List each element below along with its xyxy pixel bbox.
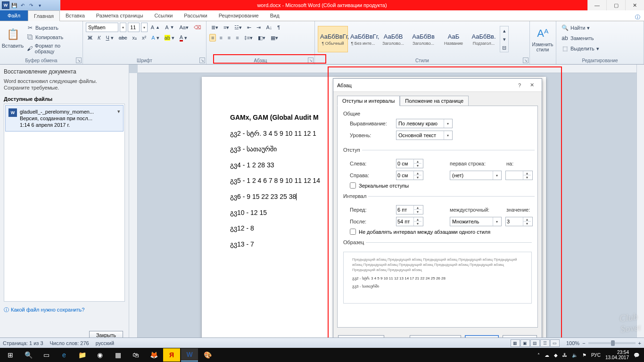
tray-volume-icon[interactable]: 🔈 bbox=[572, 353, 578, 358]
font-name-combo[interactable]: Sylfaen bbox=[86, 23, 118, 32]
status-word-count[interactable]: Число слов: 276 bbox=[50, 340, 89, 346]
explorer-icon[interactable]: 📁 bbox=[74, 348, 91, 362]
superscript-button[interactable]: x² bbox=[140, 34, 148, 41]
line-spacing-button[interactable]: ‡≡▾ bbox=[242, 34, 255, 42]
dialog-close-button[interactable]: ✕ bbox=[526, 81, 538, 90]
sort-button[interactable]: A↓ bbox=[264, 24, 274, 31]
numbering-button[interactable]: ≡▾ bbox=[222, 24, 231, 32]
ribbon-help-icon[interactable]: ⓘ bbox=[631, 14, 644, 21]
subscript-button[interactable]: x₂ bbox=[131, 34, 139, 42]
tray-language[interactable]: РУС bbox=[591, 353, 601, 358]
line-spacing-combo[interactable]: Множитель▾ bbox=[450, 217, 502, 226]
yandex-icon[interactable]: Я bbox=[163, 348, 180, 362]
style-item[interactable]: АаБбВвГг,¶ Без инте... bbox=[348, 26, 378, 52]
style-item[interactable]: АаБНазвание bbox=[438, 26, 469, 52]
justify-button[interactable]: ≡ bbox=[234, 34, 240, 41]
increase-indent-button[interactable]: ⇥ bbox=[255, 24, 263, 32]
spinner-down[interactable]: ▼ bbox=[414, 164, 421, 168]
close-button[interactable]: ✕ bbox=[625, 0, 644, 10]
tab-file[interactable]: Файл bbox=[0, 10, 28, 21]
highlight-button[interactable]: ab▾ bbox=[163, 34, 176, 42]
tray-app-icon[interactable]: ◆ bbox=[554, 353, 558, 358]
align-center-button[interactable]: ≡ bbox=[217, 34, 224, 41]
app-icon-1[interactable]: ▦ bbox=[109, 348, 126, 362]
bold-button[interactable]: Ж bbox=[86, 34, 94, 41]
mirror-indents-checkbox[interactable]: Зеркальные отступы bbox=[350, 182, 535, 189]
zoom-thumb[interactable] bbox=[611, 340, 615, 346]
zoom-out-button[interactable]: − bbox=[582, 340, 585, 346]
start-button[interactable]: ⊞ bbox=[2, 348, 19, 362]
spinner-down[interactable]: ▼ bbox=[523, 222, 531, 226]
font-size-combo[interactable]: 11 bbox=[128, 23, 140, 32]
style-item[interactable]: АаБбВЗаголово... bbox=[378, 26, 408, 52]
style-item[interactable]: АаБбВв.Подзагол... bbox=[469, 26, 499, 52]
font-size-arrow[interactable]: ▾ bbox=[141, 23, 148, 32]
styles-launcher[interactable]: ↘ bbox=[523, 58, 528, 63]
bullets-button[interactable]: ≣▾ bbox=[209, 24, 220, 32]
font-color-button[interactable]: A▾ bbox=[178, 33, 189, 42]
grow-font-button[interactable]: A▲ bbox=[149, 24, 162, 31]
spinner-down[interactable]: ▼ bbox=[414, 222, 421, 226]
spinner-up[interactable]: ▲ bbox=[523, 171, 531, 175]
no-space-same-style-checkbox[interactable]: Не добавлять интервал между абзацами одн… bbox=[350, 229, 535, 235]
change-styles-button[interactable]: Aᴬ Изменить стили bbox=[533, 22, 553, 56]
italic-button[interactable]: К bbox=[96, 34, 102, 41]
maximize-button[interactable]: ▢ bbox=[606, 0, 625, 10]
shading-button[interactable]: ◧▾ bbox=[256, 34, 267, 42]
tab-home[interactable]: Главная bbox=[28, 10, 60, 21]
tab-layout[interactable]: Разметка страницы bbox=[91, 10, 149, 21]
space-before-spinner[interactable]: ▲▼ bbox=[396, 205, 423, 214]
select-button[interactable]: ⬚Выделить ▾ bbox=[559, 44, 641, 53]
vertical-scrollbar[interactable] bbox=[636, 65, 644, 344]
spinner-up[interactable]: ▲ bbox=[523, 217, 531, 222]
styles-scroll-up[interactable]: ▴ bbox=[500, 26, 508, 35]
tab-insert[interactable]: Вставка bbox=[60, 10, 91, 21]
tab-line-breaks[interactable]: Положение на странице bbox=[400, 96, 469, 106]
format-painter-button[interactable]: 🖌Формат по образцу bbox=[25, 42, 80, 55]
tab-view[interactable]: Вид bbox=[264, 10, 285, 21]
task-view-button[interactable]: ▭ bbox=[38, 348, 55, 362]
save-icon[interactable]: 💾 bbox=[10, 1, 18, 9]
tray-flag-icon[interactable]: ⚑ bbox=[582, 353, 586, 358]
first-line-by-spinner[interactable]: ▲▼ bbox=[505, 171, 533, 180]
decrease-indent-button[interactable]: ⇤ bbox=[245, 24, 253, 32]
find-button[interactable]: 🔍Найти ▾ bbox=[559, 23, 641, 33]
strikethrough-button[interactable]: abc bbox=[117, 34, 129, 41]
underline-button[interactable]: Ч▾ bbox=[104, 34, 115, 42]
tab-indents-spacing[interactable]: Отступы и интервалы bbox=[337, 96, 400, 106]
store-icon[interactable]: 🛍 bbox=[127, 348, 144, 362]
zoom-slider[interactable] bbox=[588, 342, 636, 344]
qat-more-icon[interactable]: ▾ bbox=[36, 1, 43, 9]
align-left-button[interactable]: ≡ bbox=[209, 34, 216, 41]
tray-clock[interactable]: 23:54 13.04.2017 bbox=[605, 350, 629, 360]
search-button[interactable]: 🔍 bbox=[20, 348, 37, 362]
spinner-up[interactable]: ▲ bbox=[414, 171, 421, 175]
tray-onedrive-icon[interactable]: ☁ bbox=[545, 353, 549, 358]
status-page[interactable]: Страница: 1 из 3 bbox=[3, 340, 43, 346]
multilevel-button[interactable]: ☳▾ bbox=[232, 24, 244, 32]
status-language[interactable]: русский bbox=[96, 340, 114, 346]
dialog-help-button[interactable]: ? bbox=[513, 81, 526, 90]
outline-level-combo[interactable]: Основной текст▾ bbox=[396, 131, 453, 140]
font-launcher[interactable]: ↘ bbox=[199, 58, 205, 63]
spinner-down[interactable]: ▼ bbox=[523, 175, 531, 180]
redo-icon[interactable]: ↷ bbox=[27, 1, 35, 9]
zoom-in-button[interactable]: + bbox=[638, 340, 641, 346]
spinner-up[interactable]: ▲ bbox=[414, 159, 421, 164]
spinner-down[interactable]: ▼ bbox=[414, 210, 421, 214]
view-print-layout[interactable]: ▦ bbox=[511, 339, 520, 347]
chrome-icon[interactable]: ◉ bbox=[91, 348, 108, 362]
edge-icon[interactable]: e bbox=[56, 348, 73, 362]
tab-review[interactable]: Рецензирование bbox=[213, 10, 264, 21]
spinner-down[interactable]: ▼ bbox=[414, 175, 421, 180]
tray-network-icon[interactable]: 🖧 bbox=[562, 353, 567, 358]
style-item[interactable]: АаБбВвГг,¶ Обычный bbox=[318, 26, 348, 52]
styles-scroll-down[interactable]: ▾ bbox=[500, 35, 508, 43]
font-name-arrow[interactable]: ▾ bbox=[120, 23, 126, 32]
tray-up-icon[interactable]: ˄ bbox=[537, 353, 540, 358]
align-right-button[interactable]: ≡ bbox=[226, 34, 232, 41]
zoom-percent[interactable]: 100% bbox=[566, 340, 579, 346]
line-spacing-at-spinner[interactable]: ▲▼ bbox=[505, 217, 533, 226]
indent-left-spinner[interactable]: ▲▼ bbox=[396, 159, 423, 168]
first-line-combo[interactable]: (нет)▾ bbox=[450, 171, 502, 180]
